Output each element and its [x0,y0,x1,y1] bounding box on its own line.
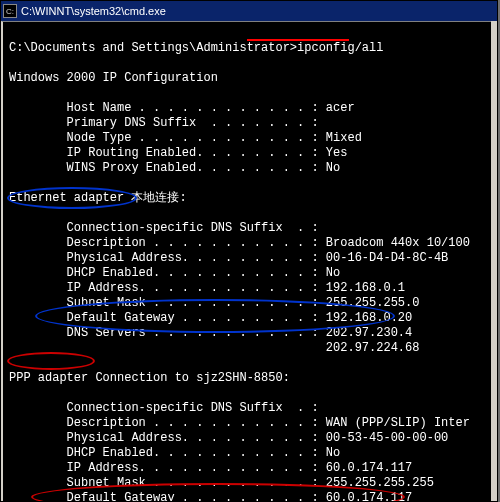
ppp-heading-suffix: Connection to sjz2SHN-8850: [95,371,289,385]
eth-phys-label: Physical Address. . . . . . . . . : [67,251,319,265]
wins-proxy-label: WINS Proxy Enabled. . . . . . . . : [67,161,319,175]
cmd-icon: C: [3,4,17,18]
config-header: Windows 2000 IP Configuration [9,71,218,85]
ppp-ip-value: 60.0.174.117 [326,461,412,475]
eth-heading-suffix: 本地连接: [131,191,186,205]
ppp-ip-label: IP Address. . . . . . . . . . . . : [67,461,319,475]
eth-conn-suffix-label: Connection-specific DNS Suffix . : [67,221,319,235]
host-name-value: acer [326,101,355,115]
eth-heading-prefix: Ethernet adapter [9,191,124,205]
annotation-underline-red [247,39,349,41]
ppp-gw-label: Default Gateway . . . . . . . . . : [67,491,319,501]
ppp-mask-label: Subnet Mask . . . . . . . . . . . : [67,476,319,490]
ppp-phys-value: 00-53-45-00-00-00 [326,431,448,445]
annotation-ellipse-red-1 [7,352,95,370]
node-type-value: Mixed [326,131,362,145]
ppp-description-value: WAN (PPP/SLIP) Inter [326,416,470,430]
eth-ip-label: IP Address. . . . . . . . . . . . : [67,281,319,295]
node-type-label: Node Type . . . . . . . . . . . . : [67,131,319,145]
titlebar[interactable]: C: C:\WINNT\system32\cmd.exe [1,1,497,21]
eth-mask-value: 255.255.255.0 [326,296,420,310]
ppp-heading-prefix: PPP adapter [9,371,88,385]
scrollbar[interactable] [491,21,497,501]
primary-dns-suffix-label: Primary DNS Suffix . . . . . . . : [67,116,319,130]
console-output[interactable]: C:\Documents and Settings\Administrator>… [1,21,497,501]
window-title: C:\WINNT\system32\cmd.exe [21,5,495,17]
ppp-description-label: Description . . . . . . . . . . . : [67,416,319,430]
eth-dns2-value: 202.97.224.68 [326,341,420,355]
eth-description-label: Description . . . . . . . . . . . : [67,236,319,250]
ppp-conn-suffix-label: Connection-specific DNS Suffix . : [67,401,319,415]
eth-gw-label: Default Gateway . . . . . . . . . : [67,311,319,325]
prompt-command: ipconfig/all [297,41,383,55]
eth-description-value: Broadcom 440x 10/100 [326,236,470,250]
ppp-dhcp-value: No [326,446,340,460]
eth-dhcp-value: No [326,266,340,280]
cmd-window: C: C:\WINNT\system32\cmd.exe C:\Document… [0,0,498,502]
eth-phys-value: 00-16-D4-D4-8C-4B [326,251,448,265]
ppp-mask-value: 255.255.255.255 [326,476,434,490]
prompt-path: C:\Documents and Settings\Administrator> [9,41,297,55]
ip-routing-label: IP Routing Enabled. . . . . . . . : [67,146,319,160]
wins-proxy-value: No [326,161,340,175]
eth-dns1-value: 202.97.230.4 [326,326,412,340]
ppp-phys-label: Physical Address. . . . . . . . . : [67,431,319,445]
ip-routing-value: Yes [326,146,348,160]
eth-mask-label: Subnet Mask . . . . . . . . . . . : [67,296,319,310]
ppp-gw-value: 60.0.174.117 [326,491,412,501]
eth-dhcp-label: DHCP Enabled. . . . . . . . . . . : [67,266,319,280]
eth-dns-label: DNS Servers . . . . . . . . . . . : [67,326,319,340]
eth-ip-value: 192.168.0.1 [326,281,405,295]
host-name-label: Host Name . . . . . . . . . . . . : [67,101,319,115]
eth-gw-value: 192.168.0.20 [326,311,412,325]
ppp-dhcp-label: DHCP Enabled. . . . . . . . . . . : [67,446,319,460]
